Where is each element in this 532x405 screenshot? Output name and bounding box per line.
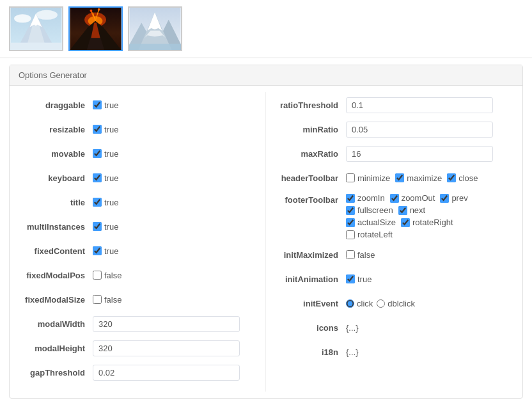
input-gapthreshold[interactable] [93,365,240,381]
cb-multiinstances[interactable] [93,222,102,231]
cb-initmaximized[interactable] [346,250,355,259]
cb-keyboard[interactable] [93,173,102,182]
cb-zoomin-wrap[interactable]: zoomIn [346,193,385,203]
cb-actualsize[interactable] [346,218,355,227]
cb-actualsize-wrap[interactable]: actualSize [346,218,396,227]
cb-next[interactable] [398,206,407,215]
label-maxratio: maxRatio [279,149,346,159]
cb-fullscreen-wrap[interactable]: fullscreen [346,205,393,215]
input-ratiothreshold[interactable] [346,97,493,113]
cb-next-label: next [410,205,426,215]
label-fixedcontent: fixedContent [22,246,93,256]
cb-zoomout[interactable] [390,194,399,203]
input-modalwidth[interactable] [93,316,240,332]
label-draggable: draggable [22,100,93,110]
cb-fixedcontent[interactable] [93,246,102,255]
input-minratio[interactable] [346,122,493,138]
cb-draggable[interactable] [93,100,102,109]
cb-prev[interactable] [440,194,449,203]
cb-prev-wrap[interactable]: prev [440,193,467,203]
value-i18n: {...} [346,347,359,357]
cb-rotateright-wrap[interactable]: rotateRight [401,218,453,227]
footer-row-4: rotateLeft [346,230,468,239]
cb-close[interactable] [447,173,456,182]
cb-maximize-wrap[interactable]: maximize [395,173,442,183]
cb-initanimation[interactable] [346,274,355,283]
cb-rotateright-label: rotateRight [412,218,453,227]
input-modalheight[interactable] [93,340,240,356]
label-fixedmodalsize: fixedModalSize [22,295,93,305]
cb-movable[interactable] [93,149,102,158]
thumbnail-3[interactable] [128,6,182,51]
cb-zoomout-label: zoomOut [402,193,435,203]
cb-movable-wrap[interactable]: true [93,149,118,159]
radio-click[interactable] [346,299,354,308]
options-header: Options Generator [10,65,522,86]
cb-zoomin[interactable] [346,194,355,203]
value-minratio [346,122,493,138]
value-initanimation: true [346,274,372,284]
option-ratiothreshold: ratioThreshold [279,96,510,114]
cb-zoomout-wrap[interactable]: zoomOut [390,193,435,203]
input-maxratio[interactable] [346,146,493,162]
option-gapthreshold: gapThreshold [22,363,253,381]
cb-keyboard-label: true [104,173,118,183]
label-multiinstances: multiInstances [22,222,93,232]
cb-keyboard-wrap[interactable]: true [93,173,118,183]
cb-fixedmodalsize-wrap[interactable]: false [93,295,121,305]
option-minratio: minRatio [279,120,510,138]
cb-title[interactable] [93,198,102,207]
label-footertoolbar: footerToolbar [279,193,346,205]
cb-minimize-label: minimize [357,173,390,183]
option-icons: icons {...} [279,319,510,337]
footer-row-3: actualSize rotateRight [346,218,468,227]
value-maxratio [346,146,493,162]
cb-draggable-wrap[interactable]: true [93,100,118,110]
cb-minimize[interactable] [346,173,355,182]
label-modalheight: modalHeight [22,344,93,353]
cb-fixedmodalsize[interactable] [93,295,102,304]
cb-initmaximized-wrap[interactable]: false [346,250,375,260]
svg-point-1 [14,14,31,22]
svg-rect-24 [129,44,180,50]
thumbnail-2[interactable] [68,6,123,51]
radio-dblclick[interactable] [377,299,385,308]
label-keyboard: keyboard [22,173,93,183]
icons-value: {...} [346,323,359,333]
option-initanimation: initAnimation true [279,270,510,288]
cb-rotateleft-wrap[interactable]: rotateLeft [346,230,393,239]
cb-maximize[interactable] [395,173,404,182]
cb-fixedmodalpos[interactable] [93,271,102,280]
cb-fixedcontent-wrap[interactable]: true [93,246,118,256]
value-multiinstances: true [93,222,118,232]
left-column: draggable true resizable true [10,92,266,392]
options-body: draggable true resizable true [10,86,522,398]
cb-rotateleft[interactable] [346,230,355,239]
cb-initanimation-wrap[interactable]: true [346,274,372,284]
cb-minimize-wrap[interactable]: minimize [346,173,390,183]
cb-fixedmodalpos-wrap[interactable]: false [93,271,121,280]
value-initmaximized: false [346,250,375,260]
cb-title-wrap[interactable]: true [93,198,118,207]
cb-close-wrap[interactable]: close [447,173,478,183]
cb-actualsize-label: actualSize [357,218,396,227]
radio-dblclick-wrap[interactable]: dblclick [377,299,415,308]
label-headertoolbar: headerToolbar [279,173,346,183]
cb-resizable[interactable] [93,125,102,134]
cb-zoomin-label: zoomIn [357,193,385,203]
svg-point-13 [90,10,93,12]
i18n-value: {...} [346,347,359,357]
radio-click-wrap[interactable]: click [346,299,373,308]
cb-rotateright[interactable] [401,218,410,227]
cb-resizable-wrap[interactable]: true [93,125,118,134]
option-fixedcontent: fixedContent true [22,242,253,260]
cb-multiinstances-wrap[interactable]: true [93,222,118,232]
label-ratiothreshold: ratioThreshold [279,100,346,110]
label-initmaximized: initMaximized [279,250,346,260]
thumbnail-1[interactable] [9,6,63,51]
cb-fullscreen[interactable] [346,206,355,215]
cb-next-wrap[interactable]: next [398,205,426,215]
option-fixedmodalpos: fixedModalPos false [22,266,253,284]
svg-point-14 [98,8,100,11]
option-maxratio: maxRatio [279,145,510,163]
